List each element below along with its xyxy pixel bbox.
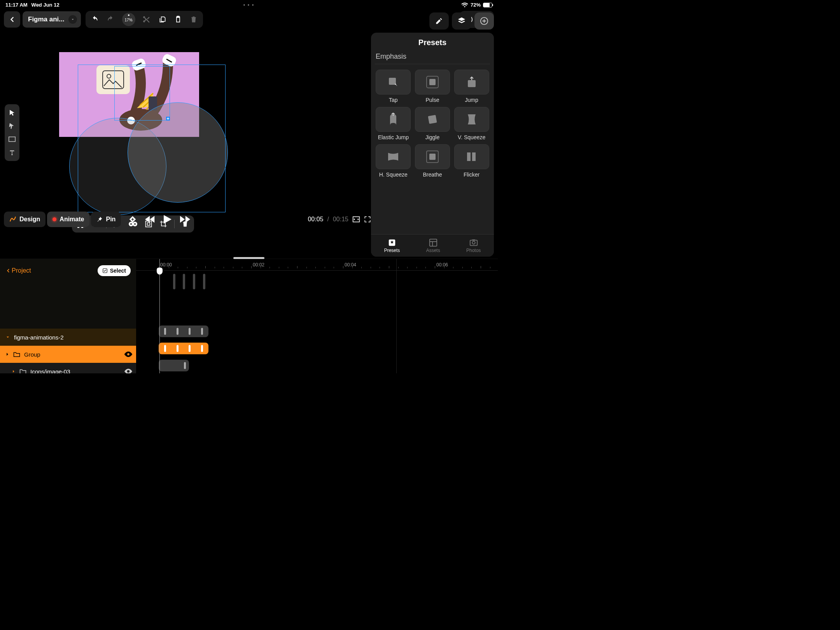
timeline-row-group[interactable] bbox=[136, 340, 498, 357]
panel-section: Emphasis bbox=[375, 52, 490, 64]
ruler-label: 00:04 bbox=[345, 262, 356, 268]
edit-actions-group: 17% bbox=[86, 11, 203, 28]
time-current: 00:05 bbox=[308, 216, 323, 223]
svg-rect-13 bbox=[467, 152, 471, 161]
project-title[interactable]: Figma ani... bbox=[23, 11, 81, 28]
redo-button[interactable] bbox=[107, 16, 114, 23]
back-button[interactable] bbox=[4, 11, 20, 28]
preset-tap[interactable]: Tap bbox=[376, 70, 411, 103]
tab-animate[interactable]: Animate bbox=[47, 212, 89, 227]
timeline-row-image[interactable] bbox=[136, 357, 498, 373]
bottom-pane: Project Select figma-animations-2 Group bbox=[0, 259, 498, 373]
timeline-ghost-row bbox=[136, 271, 498, 298]
preset-jiggle[interactable]: Jiggle bbox=[415, 107, 450, 140]
preset-grid: Tap Pulse Jump Elastic Jump Jiggle V. Sq… bbox=[375, 70, 490, 178]
nested-selection-bounds[interactable] bbox=[114, 66, 170, 121]
add-keyframe-button[interactable] bbox=[129, 215, 136, 223]
svg-rect-20 bbox=[9, 137, 16, 142]
status-date: Wed Jun 12 bbox=[32, 2, 60, 8]
svg-rect-12 bbox=[429, 154, 436, 160]
play-button[interactable] bbox=[164, 215, 172, 224]
tab-presets[interactable]: Presets bbox=[384, 238, 400, 253]
playhead[interactable] bbox=[159, 259, 160, 373]
tab-design[interactable]: Design bbox=[4, 212, 46, 227]
svg-rect-19 bbox=[472, 239, 475, 240]
time-total: 00:15 bbox=[333, 216, 348, 223]
preset-jump[interactable]: Jump bbox=[454, 70, 489, 103]
panel-tabs: Presets Assets Photos bbox=[371, 234, 494, 257]
preset-h-squeeze[interactable]: H. Squeeze bbox=[376, 144, 411, 178]
multitask-indicator[interactable]: ● ● ● bbox=[243, 3, 255, 7]
direct-select-tool[interactable] bbox=[7, 121, 17, 131]
layer-name: Group bbox=[24, 351, 40, 358]
rectangle-tool[interactable] bbox=[7, 135, 17, 144]
layer-root-name: figma-animations-2 bbox=[14, 334, 64, 341]
layer-item-image[interactable]: Icons/image-03 bbox=[0, 363, 136, 373]
delete-button[interactable] bbox=[190, 16, 198, 23]
ipad-statusbar: 11:17 AM Wed Jun 12 ● ● ● 72% bbox=[0, 0, 498, 9]
svg-rect-10 bbox=[428, 115, 437, 124]
timeline-ruler[interactable]: 00:00 00:02 00:04 00:06 bbox=[136, 259, 498, 271]
layer-column: Project Select figma-animations-2 Group bbox=[0, 259, 136, 373]
preset-pulse[interactable]: Pulse bbox=[415, 70, 450, 103]
svg-point-18 bbox=[472, 241, 475, 244]
timeline[interactable]: 00:00 00:02 00:04 00:06 // draw ticks (f… bbox=[136, 259, 498, 373]
layer-item-group[interactable]: Group bbox=[0, 346, 136, 363]
fullscreen-icon[interactable] bbox=[364, 216, 371, 223]
tool-palette bbox=[5, 104, 19, 161]
svg-rect-9 bbox=[468, 80, 476, 87]
cut-button[interactable] bbox=[143, 16, 151, 23]
forward-button[interactable] bbox=[180, 215, 190, 223]
zoom-level[interactable]: 17% bbox=[122, 13, 135, 26]
visibility-toggle[interactable] bbox=[124, 369, 132, 373]
project-title-text: Figma ani... bbox=[28, 16, 65, 23]
zoom-value: 17% bbox=[125, 18, 133, 22]
svg-rect-16 bbox=[429, 239, 436, 246]
battery-pct: 72% bbox=[471, 2, 481, 8]
layer-name: Icons/image-03 bbox=[30, 368, 70, 374]
ruler-label: 00:06 bbox=[436, 262, 448, 268]
add-button[interactable] bbox=[474, 12, 494, 30]
preset-v-squeeze[interactable]: V. Squeeze bbox=[454, 107, 489, 140]
rewind-button[interactable] bbox=[145, 215, 155, 223]
select-tool[interactable] bbox=[7, 108, 17, 117]
select-mode-button[interactable]: Select bbox=[98, 265, 131, 276]
wifi-icon bbox=[461, 2, 468, 7]
right-panel: Presets Emphasis Tap Pulse Jump Elastic … bbox=[371, 12, 494, 257]
paste-button[interactable] bbox=[174, 16, 182, 23]
copy-button[interactable] bbox=[159, 16, 166, 23]
battery-icon bbox=[483, 3, 492, 7]
layer-list: figma-animations-2 Group Icons/image-03 bbox=[0, 329, 136, 373]
svg-rect-8 bbox=[429, 79, 436, 85]
tab-assets[interactable]: Assets bbox=[426, 238, 440, 253]
preset-breathe[interactable]: Breathe bbox=[415, 144, 450, 178]
status-time: 11:17 AM bbox=[5, 2, 28, 8]
visibility-toggle[interactable] bbox=[124, 352, 132, 357]
preset-flicker[interactable]: Flicker bbox=[454, 144, 489, 178]
magic-button[interactable] bbox=[429, 12, 449, 30]
pin-button[interactable]: Pin bbox=[91, 212, 121, 227]
title-chevron-icon[interactable] bbox=[68, 15, 77, 24]
svg-rect-14 bbox=[472, 152, 476, 161]
undo-button[interactable] bbox=[91, 16, 99, 23]
ruler-label: 00:00 bbox=[160, 262, 172, 268]
layers-button[interactable] bbox=[452, 12, 471, 30]
project-back-link[interactable]: Project bbox=[5, 267, 31, 274]
fit-width-icon[interactable] bbox=[352, 216, 360, 223]
preset-elastic-jump[interactable]: Elastic Jump bbox=[376, 107, 411, 140]
text-tool[interactable] bbox=[7, 148, 17, 157]
tab-photos[interactable]: Photos bbox=[466, 238, 481, 253]
timeline-row-root[interactable] bbox=[136, 323, 498, 340]
layer-root[interactable]: figma-animations-2 bbox=[0, 329, 136, 346]
playbar: Design Animate Pin 00:05 / 00:15 bbox=[4, 210, 371, 229]
panel-title: Presets bbox=[375, 38, 490, 47]
ruler-label: 00:02 bbox=[253, 262, 264, 268]
